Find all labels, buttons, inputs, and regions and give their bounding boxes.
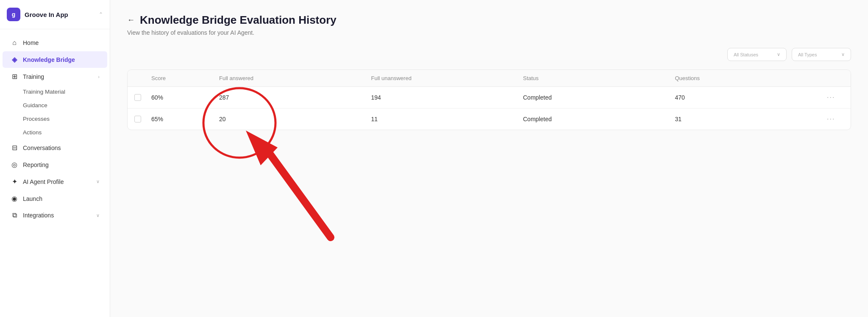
guidance-label: Guidance bbox=[23, 102, 47, 108]
sidebar-item-processes[interactable]: Processes bbox=[3, 112, 107, 125]
row2-questions: 31 bbox=[675, 116, 827, 122]
page-title: Knowledge Bridge Evaluation History bbox=[140, 14, 337, 27]
app-logo: g bbox=[7, 8, 20, 21]
chevron-down-icon: ∨ bbox=[96, 179, 100, 184]
table-header: Score Full answered Full unanswered Stat… bbox=[128, 70, 851, 87]
page-header: ← Knowledge Bridge Evaluation History bbox=[127, 14, 851, 27]
row1-more-button[interactable]: ··· bbox=[827, 94, 835, 101]
row1-questions: 470 bbox=[675, 94, 827, 101]
sidebar-item-guidance[interactable]: Guidance bbox=[3, 99, 107, 112]
integrations-icon: ⧉ bbox=[10, 211, 19, 219]
chevron-down-icon: ∨ bbox=[96, 213, 100, 218]
actions-label: Actions bbox=[23, 129, 42, 136]
types-chevron-icon: ∨ bbox=[841, 52, 845, 57]
conversations-icon: ⊟ bbox=[10, 144, 19, 152]
row1-status: Completed bbox=[523, 94, 675, 101]
row1-checkbox-cell[interactable] bbox=[134, 94, 151, 101]
col-status: Status bbox=[523, 75, 675, 81]
row2-full-answered: 20 bbox=[219, 116, 371, 122]
training-material-label: Training Material bbox=[23, 89, 65, 95]
filters-row: All Statuses ∨ All Types ∨ bbox=[127, 48, 851, 61]
sidebar-item-training[interactable]: ⊞ Training › bbox=[3, 68, 107, 85]
sidebar-item-knowledge-bridge[interactable]: ◈ Knowledge Bridge bbox=[3, 51, 107, 68]
sidebar-item-actions[interactable]: Actions bbox=[3, 126, 107, 139]
sidebar-item-label: Launch bbox=[23, 195, 100, 202]
sidebar-item-launch[interactable]: ◉ Launch bbox=[3, 190, 107, 207]
row1-full-unanswered: 194 bbox=[371, 94, 523, 101]
sidebar-item-conversations[interactable]: ⊟ Conversations bbox=[3, 139, 107, 156]
sidebar-item-label: Home bbox=[23, 39, 100, 46]
sidebar-item-training-material[interactable]: Training Material bbox=[3, 85, 107, 98]
chevron-right-icon: › bbox=[98, 74, 100, 79]
back-button[interactable]: ← bbox=[127, 16, 135, 25]
row2-more-button[interactable]: ··· bbox=[827, 115, 835, 123]
processes-label: Processes bbox=[23, 116, 50, 122]
status-filter-label: All Statuses bbox=[734, 52, 758, 57]
sidebar-item-label: Knowledge Bridge bbox=[23, 56, 100, 63]
sidebar-item-home[interactable]: ⌂ Home bbox=[3, 35, 107, 51]
app-name-label: Groove In App bbox=[25, 11, 95, 18]
col-score: Score bbox=[151, 75, 219, 81]
sidebar-nav: ⌂ Home ◈ Knowledge Bridge ⊞ Training › T… bbox=[0, 29, 110, 317]
sidebar-item-label: Reporting bbox=[23, 161, 100, 168]
sidebar-item-reporting[interactable]: ◎ Reporting bbox=[3, 156, 107, 173]
col-actions bbox=[827, 75, 844, 81]
types-filter[interactable]: All Types ∨ bbox=[792, 48, 851, 61]
sidebar-item-label: Conversations bbox=[23, 145, 100, 151]
col-questions: Questions bbox=[675, 75, 827, 81]
sidebar: g Groove In App ⌃ ⌂ Home ◈ Knowledge Bri… bbox=[0, 0, 110, 317]
main-content-area: ← Knowledge Bridge Evaluation History Vi… bbox=[110, 0, 868, 317]
page-subtitle: View the history of evaluations for your… bbox=[127, 29, 851, 36]
sidebar-item-label: AI Agent Profile bbox=[23, 178, 92, 185]
training-icon: ⊞ bbox=[10, 72, 19, 81]
row2-status: Completed bbox=[523, 116, 675, 122]
sidebar-header[interactable]: g Groove In App ⌃ bbox=[0, 0, 110, 29]
reporting-icon: ◎ bbox=[10, 161, 19, 169]
sidebar-item-label: Integrations bbox=[23, 212, 92, 219]
row2-full-unanswered: 11 bbox=[371, 116, 523, 122]
app-chevron-icon: ⌃ bbox=[99, 11, 103, 17]
col-full-answered: Full answered bbox=[219, 75, 371, 81]
row2-checkbox-cell[interactable] bbox=[134, 116, 151, 122]
launch-icon: ◉ bbox=[10, 195, 19, 203]
types-filter-label: All Types bbox=[798, 52, 817, 57]
home-icon: ⌂ bbox=[10, 39, 19, 47]
col-full-unanswered: Full unanswered bbox=[371, 75, 523, 81]
col-checkbox bbox=[134, 75, 151, 81]
row1-more-cell[interactable]: ··· bbox=[827, 94, 844, 101]
row1-score: 60% bbox=[151, 94, 219, 101]
status-filter[interactable]: All Statuses ∨ bbox=[727, 48, 787, 61]
table-row: 60% 287 194 Completed 470 ··· bbox=[128, 87, 851, 108]
row1-checkbox[interactable] bbox=[134, 94, 141, 101]
sidebar-item-integrations[interactable]: ⧉ Integrations ∨ bbox=[3, 207, 107, 223]
evaluation-table: Score Full answered Full unanswered Stat… bbox=[127, 70, 851, 130]
row2-more-cell[interactable]: ··· bbox=[827, 115, 844, 123]
row2-checkbox[interactable] bbox=[134, 116, 141, 122]
sidebar-item-ai-agent-profile[interactable]: ✦ AI Agent Profile ∨ bbox=[3, 173, 107, 190]
row1-full-answered: 287 bbox=[219, 94, 371, 101]
sidebar-item-label: Training bbox=[23, 73, 94, 80]
main-wrapper: ← Knowledge Bridge Evaluation History Vi… bbox=[110, 0, 868, 317]
status-chevron-icon: ∨ bbox=[777, 52, 780, 57]
knowledge-bridge-icon: ◈ bbox=[10, 56, 19, 64]
row2-score: 65% bbox=[151, 116, 219, 122]
ai-agent-icon: ✦ bbox=[10, 178, 19, 186]
table-row: 65% 20 11 Completed 31 ··· bbox=[128, 108, 851, 130]
main-content: ← Knowledge Bridge Evaluation History Vi… bbox=[110, 0, 868, 317]
